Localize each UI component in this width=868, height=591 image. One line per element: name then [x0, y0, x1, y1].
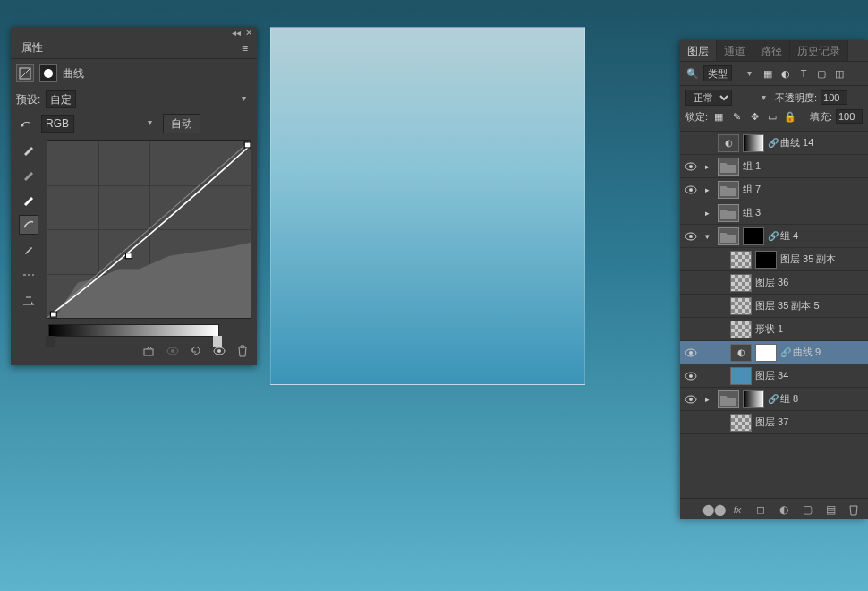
layer-row[interactable]: ▾🔗组 4 [680, 225, 868, 248]
layers-tab-2[interactable]: 路径 [753, 40, 790, 61]
panel-drag-bar[interactable]: ◂◂ ✕ [11, 27, 257, 38]
link-icon: 🔗 [768, 138, 777, 148]
layer-row[interactable]: 图层 35 副本 [680, 248, 868, 271]
layer-name[interactable]: 图层 35 副本 [780, 253, 836, 266]
layer-row[interactable]: 图层 35 副本 5 [680, 295, 868, 318]
input-range-slider[interactable] [48, 324, 219, 337]
black-point-thumb[interactable] [46, 336, 55, 347]
layer-name[interactable]: 组 4 [780, 229, 798, 243]
properties-tab[interactable]: 属性 [16, 40, 48, 56]
canvas-artwork[interactable] [270, 27, 585, 385]
delete-icon[interactable] [235, 344, 250, 358]
layer-row[interactable]: 图层 37 [680, 411, 868, 434]
clip-to-layer-icon[interactable] [142, 344, 157, 358]
toggle-visibility-icon[interactable] [166, 344, 180, 358]
link-layers-icon[interactable]: ⬤⬤ [707, 502, 721, 517]
folder-icon [718, 158, 739, 176]
new-group-icon[interactable]: ▢ [800, 502, 814, 517]
eyedropper-gray-icon[interactable] [19, 165, 38, 184]
visibility-toggle[interactable] [685, 231, 695, 242]
fill-input[interactable] [836, 109, 863, 124]
reset-icon[interactable] [189, 344, 203, 358]
layer-name[interactable]: 组 1 [743, 159, 761, 173]
layer-name[interactable]: 组 7 [743, 183, 761, 196]
eyedropper-white-icon[interactable] [19, 190, 38, 210]
add-mask-icon[interactable]: ◻ [753, 502, 768, 517]
layer-name[interactable]: 图层 35 副本 5 [755, 299, 820, 313]
layer-row[interactable]: 图层 34 [680, 364, 868, 388]
curve-point-tool-icon[interactable] [19, 215, 38, 235]
layer-name[interactable]: 曲线 14 [780, 136, 813, 150]
clip-warning-icon[interactable] [19, 290, 38, 310]
filter-shape-icon[interactable]: ▢ [814, 66, 829, 81]
visibility-toggle[interactable] [685, 184, 695, 195]
lock-transparency-icon[interactable]: ▦ [711, 109, 726, 124]
expand-toggle[interactable]: ▸ [705, 395, 714, 404]
expand-toggle[interactable]: ▸ [705, 162, 714, 171]
layer-name[interactable]: 图层 34 [755, 369, 788, 382]
layer-name[interactable]: 组 8 [780, 392, 798, 406]
filter-adjust-icon[interactable]: ◐ [779, 66, 793, 81]
add-adjustment-icon[interactable]: ◐ [777, 502, 791, 517]
layer-name[interactable]: 形状 1 [755, 322, 783, 336]
expand-toggle[interactable]: ▸ [705, 185, 714, 194]
layer-fx-icon[interactable]: fx [730, 502, 745, 517]
filter-pixel-icon[interactable]: ▦ [761, 66, 775, 81]
close-icon[interactable]: ✕ [244, 29, 253, 38]
layer-row[interactable]: 形状 1 [680, 318, 868, 341]
filter-text-icon[interactable]: T [796, 66, 811, 81]
filter-smart-icon[interactable]: ◫ [832, 66, 847, 81]
expand-toggle[interactable]: ▸ [705, 209, 714, 218]
layer-thumb [755, 251, 777, 269]
preset-select[interactable]: 自定 [46, 90, 76, 108]
layer-name[interactable]: 组 3 [743, 206, 761, 219]
layer-row[interactable]: ◐🔗曲线 14 [680, 132, 868, 155]
svg-point-1 [44, 69, 53, 78]
folder-icon [718, 181, 739, 199]
layer-name[interactable]: 图层 36 [755, 276, 788, 289]
lock-artboard-icon[interactable]: ▭ [765, 109, 779, 124]
layer-thumb [743, 134, 764, 152]
pencil-tool-icon[interactable] [19, 240, 38, 260]
filter-type-select[interactable]: 类型 [703, 65, 732, 81]
white-point-thumb[interactable] [213, 336, 222, 347]
visibility-toggle[interactable] [685, 394, 695, 405]
svg-rect-6 [244, 142, 251, 148]
visibility-toggle[interactable] [685, 371, 695, 381]
layer-thumb [755, 344, 777, 362]
smooth-icon[interactable] [19, 265, 38, 285]
layer-row[interactable]: ▸组 1 [680, 155, 868, 178]
auto-button[interactable]: 自动 [163, 114, 200, 133]
curves-graph[interactable] [47, 140, 251, 319]
mask-icon[interactable] [39, 64, 57, 82]
layers-tab-0[interactable]: 图层 [680, 40, 717, 61]
visibility-toggle[interactable] [685, 161, 695, 172]
layer-name[interactable]: 曲线 9 [793, 346, 821, 359]
layer-row[interactable]: ▸🔗组 8 [680, 388, 868, 411]
new-layer-icon[interactable]: ▤ [823, 502, 838, 517]
panel-menu-icon[interactable]: ≡ [238, 42, 251, 55]
eyedropper-black-icon[interactable] [19, 140, 38, 159]
opacity-label: 不透明度: [775, 91, 817, 105]
layer-name[interactable]: 图层 37 [755, 415, 788, 429]
lock-paint-icon[interactable]: ✎ [729, 109, 744, 124]
layer-row[interactable]: ◐🔗曲线 9 [680, 341, 868, 364]
collapse-icon[interactable]: ◂◂ [232, 29, 241, 38]
opacity-input[interactable] [821, 90, 847, 105]
visibility-toggle[interactable] [685, 347, 695, 358]
layer-thumb [743, 390, 764, 408]
layer-row[interactable]: 图层 36 [680, 271, 868, 295]
expand-toggle[interactable]: ▾ [705, 232, 714, 241]
layers-tab-1[interactable]: 通道 [717, 40, 753, 61]
lock-position-icon[interactable]: ✥ [747, 109, 762, 124]
layers-tab-3[interactable]: 历史记录 [790, 40, 848, 61]
blend-mode-select[interactable]: 正常 [685, 90, 732, 106]
hand-adjust-icon[interactable] [16, 114, 36, 133]
svg-point-13 [689, 165, 693, 168]
layer-row[interactable]: ▸组 7 [680, 178, 868, 201]
layer-row[interactable]: ▸组 3 [680, 201, 868, 225]
search-icon[interactable]: 🔍 [685, 66, 700, 81]
lock-all-icon[interactable]: 🔒 [783, 109, 797, 124]
delete-layer-icon[interactable] [847, 502, 861, 517]
channel-select[interactable]: RGB [41, 115, 74, 133]
